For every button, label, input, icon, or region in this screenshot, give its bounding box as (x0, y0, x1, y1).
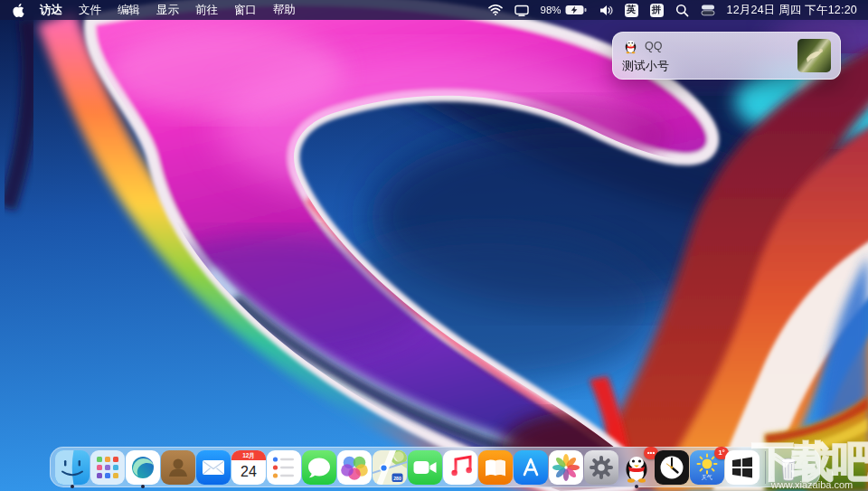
dock-item-contacts[interactable] (161, 450, 195, 485)
menu-help[interactable]: 帮助 (265, 0, 304, 20)
running-indicator (635, 485, 638, 488)
qq-penguin-icon (622, 37, 639, 54)
dock-item-mail[interactable] (196, 450, 231, 485)
volume-icon[interactable] (599, 5, 613, 16)
dock-item-app-store[interactable] (514, 450, 548, 485)
dock-item-books[interactable] (478, 450, 513, 485)
stack-menu-extra-icon[interactable] (701, 3, 715, 17)
apple-icon (13, 4, 24, 17)
input-pinyin-badge[interactable]: 拼 (650, 4, 664, 17)
notification-app-name: QQ (645, 40, 662, 52)
display-mirroring-icon[interactable] (514, 5, 529, 16)
qq-notification-banner[interactable]: QQ 测试小号 (612, 32, 841, 80)
dock-item-clock[interactable] (655, 450, 689, 485)
dock-item-weather[interactable]: 天气 1° (690, 450, 724, 485)
dock-item-calendar[interactable]: 12月 24 (231, 450, 266, 485)
dock-item-game-center[interactable] (337, 450, 372, 485)
running-indicator (141, 485, 145, 488)
menu-edit[interactable]: 编辑 (109, 0, 148, 20)
dock-item-music[interactable] (443, 450, 477, 485)
calendar-day: 24 (241, 464, 257, 479)
dock-item-microsoft-edge[interactable] (126, 450, 160, 485)
calendar-month: 12月 (242, 452, 255, 459)
battery-indicator[interactable]: 98% (541, 5, 587, 15)
maps-shield-label: 280 (393, 475, 401, 480)
menu-file[interactable]: 文件 (71, 0, 109, 20)
menu-bar: 访达 文件 编辑 显示 前往 窗口 帮助 98% (0, 0, 868, 20)
menu-window[interactable]: 窗口 (226, 0, 265, 20)
bird-photo-thumbnail (797, 39, 831, 72)
battery-charging-icon (565, 5, 587, 15)
dock-item-reminders[interactable] (267, 450, 301, 485)
dock-item-launchpad[interactable] (90, 450, 125, 485)
dock-item-maps[interactable]: 280 (373, 450, 407, 485)
dock-item-facetime[interactable] (408, 450, 442, 485)
battery-percent: 98% (541, 5, 561, 15)
dock-item-windows[interactable] (725, 450, 760, 485)
dock-item-trash[interactable] (771, 450, 806, 485)
dock-item-messages[interactable] (302, 450, 336, 485)
dock-item-finder[interactable] (55, 450, 90, 485)
menu-bar-clock[interactable]: 12月24日 周四 下午12:20 (727, 3, 859, 18)
desktop-screen: 访达 文件 编辑 显示 前往 窗口 帮助 98% (0, 0, 868, 491)
menu-view[interactable]: 显示 (148, 0, 187, 20)
menu-finder[interactable]: 访达 (32, 0, 71, 20)
notification-message: 测试小号 (622, 58, 669, 74)
dock-item-qq[interactable]: ••• (619, 450, 654, 485)
dock: 12月 24 (50, 447, 820, 487)
dock-separator (765, 451, 766, 484)
apple-menu[interactable] (9, 4, 32, 17)
search-icon[interactable] (675, 4, 689, 17)
input-english-badge[interactable]: 英 (625, 4, 638, 17)
dock-item-system-preferences[interactable] (584, 450, 618, 485)
wifi-icon[interactable] (488, 5, 503, 15)
weather-label: 天气 (702, 473, 712, 479)
dock-item-photos[interactable] (549, 450, 583, 485)
running-indicator (71, 485, 74, 488)
menu-go[interactable]: 前往 (187, 0, 226, 20)
